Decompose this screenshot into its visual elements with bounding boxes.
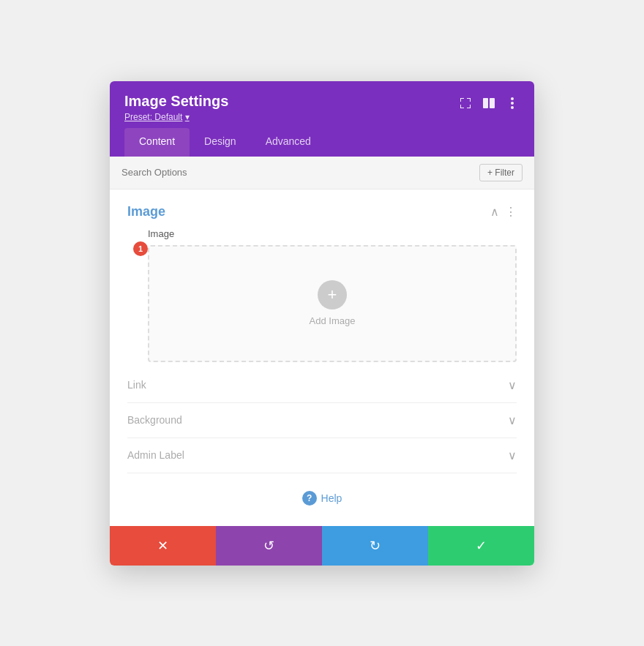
link-section[interactable]: Link ∨ [127,368,517,403]
modal-footer: ✕ ↺ ↻ ✓ [110,526,534,566]
search-input[interactable] [121,167,471,178]
modal-header: Image Settings Preset: Default ▾ [110,81,534,157]
help-text: Help [321,492,342,504]
search-bar: + Filter [110,157,534,189]
svg-rect-3 [470,98,471,102]
svg-rect-8 [483,98,488,108]
tab-content[interactable]: Content [124,128,190,157]
svg-rect-9 [490,98,495,108]
image-upload-area[interactable]: + Add Image [148,245,517,362]
svg-point-12 [511,106,514,109]
fullscreen-icon[interactable] [458,96,473,110]
filter-button[interactable]: + Filter [479,164,523,181]
undo-button[interactable]: ↺ [216,526,322,566]
tab-design[interactable]: Design [190,128,251,157]
section-actions: ∧ ⋮ [490,205,517,219]
background-chevron-icon: ∨ [508,413,517,427]
admin-label-text: Admin Label [127,449,184,461]
modal-title: Image Settings [124,93,228,110]
section-title: Image [127,204,165,219]
columns-icon[interactable] [482,96,496,110]
preset-label[interactable]: Preset: Default ▾ [124,112,228,122]
add-image-plus-icon: + [318,280,347,309]
cancel-button[interactable]: ✕ [110,526,216,566]
header-title-group: Image Settings Preset: Default ▾ [124,93,228,122]
help-icon: ? [302,491,317,506]
modal-container: Image Settings Preset: Default ▾ [110,81,534,566]
link-label: Link [127,379,146,391]
undo-icon: ↺ [263,538,274,554]
tab-advanced[interactable]: Advanced [251,128,326,157]
save-icon: ✓ [476,538,487,554]
tab-bar: Content Design Advanced [124,128,520,157]
svg-point-11 [511,102,514,105]
header-top: Image Settings Preset: Default ▾ [124,93,520,122]
section-more-icon[interactable]: ⋮ [505,205,517,219]
admin-label-chevron-icon: ∨ [508,448,517,462]
more-options-icon[interactable] [505,96,520,110]
section-header: Image ∧ ⋮ [127,204,517,219]
image-section: Image ∧ ⋮ Image 1 + Add Image [127,204,517,362]
link-chevron-icon: ∨ [508,378,517,392]
redo-icon: ↻ [370,538,381,554]
redo-button[interactable]: ↻ [322,526,428,566]
help-section[interactable]: ? Help [127,473,517,511]
cancel-icon: ✕ [157,538,168,554]
image-field-wrapper: Image 1 + Add Image [127,228,517,362]
background-label: Background [127,414,182,426]
modal-body: Image ∧ ⋮ Image 1 + Add Image Link ∨ [110,189,534,526]
preset-dropdown-arrow[interactable]: ▾ [185,112,190,122]
background-section[interactable]: Background ∨ [127,403,517,438]
svg-rect-5 [460,105,461,108]
save-button[interactable]: ✓ [428,526,534,566]
preset-text[interactable]: Preset: Default [124,112,182,122]
header-icons [458,93,520,110]
svg-rect-7 [470,105,471,108]
add-image-text: Add Image [310,315,356,326]
admin-label-section[interactable]: Admin Label ∨ [127,438,517,473]
collapse-icon[interactable]: ∧ [490,205,499,219]
badge-number: 1 [133,241,148,256]
image-field-label: Image 1 [148,228,517,239]
svg-rect-1 [460,98,461,102]
svg-point-10 [511,97,514,100]
